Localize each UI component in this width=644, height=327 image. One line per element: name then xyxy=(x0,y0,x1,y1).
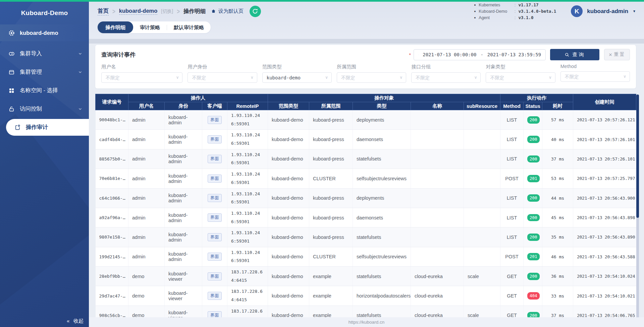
table-body: 90048bc1-… admin kuboard-admin 界面 1.93.1… xyxy=(96,110,636,325)
date-range-input[interactable]: 2021-07-13 00:00:00 - 2021-07-13 23:59:5… xyxy=(414,49,546,60)
cell-remote-ip: 1.93.110.246:59301 xyxy=(227,247,268,266)
version-value: v3.1.0 xyxy=(518,15,556,20)
breadcrumb-home-link[interactable]: 首页 xyxy=(98,7,109,15)
cell-status: 200 xyxy=(524,227,542,247)
tab-operation-detail[interactable]: 操作明细 xyxy=(98,21,133,33)
cell-created: 2021-07-13 20:57:25.797 xyxy=(573,169,636,188)
scope-select[interactable] xyxy=(337,73,406,82)
col-request-id: 请求编号 xyxy=(96,94,128,110)
filter-label: 用户身份 xyxy=(187,64,257,70)
client-tag: 界面 xyxy=(208,194,222,202)
cell-identity: kuboard-admin xyxy=(165,247,202,266)
tab-audit-policy[interactable]: 审计策略 xyxy=(133,21,167,33)
client-tag: 界面 xyxy=(208,253,222,261)
cell-identity: kuboard-admin xyxy=(165,130,202,149)
col-client: 客户端 xyxy=(202,102,227,110)
cell-remote-ip: 1.93.110.246:59301 xyxy=(227,130,268,149)
sidebar-item-cluster[interactable]: kuboard-demo xyxy=(0,24,89,41)
object-type-select[interactable] xyxy=(486,73,555,82)
tab-default-audit-policy[interactable]: 默认审计策略 xyxy=(167,21,211,33)
client-tag: 界面 xyxy=(208,155,222,163)
cell-subresource xyxy=(464,286,500,306)
sidebar-item-label: 名称空间 - 选择 xyxy=(20,87,58,94)
cell-scope-type: kuboard-demo xyxy=(268,188,309,208)
col-scope-type: 范围类型 xyxy=(268,102,309,110)
cell-request-id: 90048bc1-… xyxy=(96,110,128,130)
cell-remote-ip: 1.93.110.246:59301 xyxy=(227,169,268,188)
cell-kind: selfsubjectrulesreviews xyxy=(353,169,411,188)
user-name: kuboard-admin xyxy=(587,8,628,15)
home-icon xyxy=(211,9,216,14)
scope-type-select[interactable] xyxy=(263,73,331,82)
cell-duration: 37 ms xyxy=(542,149,573,169)
reset-button[interactable]: ✕ 重置 xyxy=(604,49,630,60)
table-row: 28ebf9bb-… demo kuboard-viewer 界面 183.17… xyxy=(96,267,636,286)
cell-scope-type: kuboard-demo xyxy=(268,169,309,188)
identity-select[interactable] xyxy=(188,73,257,82)
cell-client: 界面 xyxy=(202,110,227,130)
cell-scope-type: kuboard-demo xyxy=(268,110,309,130)
table-row: 29d7ac47-… demo kuboard-viewer 界面 183.17… xyxy=(96,286,636,306)
breadcrumb-cluster-link[interactable]: kuboard-demo xyxy=(119,8,158,15)
breadcrumb-switch-link[interactable]: [切换] xyxy=(161,8,173,14)
cell-duration: 57 ms xyxy=(542,110,573,130)
cell-remote-ip: 1.93.110.246:59301 xyxy=(227,208,268,227)
scrollbar-thumb[interactable] xyxy=(636,94,639,218)
filter-identity: 用户身份 xyxy=(187,64,257,83)
sidebar-collapse-button[interactable]: 收起 xyxy=(67,318,84,324)
filter-label: 用户名 xyxy=(101,64,182,70)
cell-client: 界面 xyxy=(202,149,227,169)
sidebar-item-label: 集群管理 xyxy=(20,68,42,76)
client-tag: 界面 xyxy=(208,272,222,280)
cell-method: LIST xyxy=(500,227,524,247)
cell-created: 2021-07-13 20:56:43.588 xyxy=(573,247,636,266)
breadcrumb: 首页 > kuboard-demo [切换] > 操作明细 xyxy=(98,7,206,15)
cell-name xyxy=(411,247,464,266)
refresh-button[interactable] xyxy=(250,6,261,17)
status-badge: 201 xyxy=(527,175,540,182)
col-username: 用户名 xyxy=(128,102,165,110)
client-tag: 界面 xyxy=(208,135,222,143)
sidebar-item-namespace[interactable]: 名称空间 - 选择 xyxy=(0,82,89,99)
content: 查询审计事件 * 2021-07-13 00:00:00 - 2021-07-1… xyxy=(89,44,644,327)
cell-subresource xyxy=(464,247,500,266)
top-accent-strip xyxy=(0,0,644,2)
cell-scope: kuboard-press xyxy=(309,110,353,130)
filter-scope-type: 范围类型 xyxy=(262,64,332,83)
cell-method: POST xyxy=(500,169,524,188)
cell-username: admin xyxy=(128,149,165,169)
cell-subresource xyxy=(464,188,500,208)
user-menu[interactable]: K kuboard-admin xyxy=(571,5,636,17)
cell-scope: kuboard-press xyxy=(309,227,353,247)
method-select[interactable] xyxy=(561,72,630,81)
cell-subresource xyxy=(464,169,500,188)
col-group-action: 执行动作 xyxy=(500,94,573,102)
filter-object-type: 对象类型 xyxy=(486,64,555,83)
cell-name xyxy=(411,227,464,247)
table-scrollbar xyxy=(636,94,639,325)
col-status: Status xyxy=(524,102,542,110)
cell-request-id: 9807e158-… xyxy=(96,227,128,247)
cell-method: GET xyxy=(500,267,524,286)
cell-status: 200 xyxy=(524,208,542,227)
cell-duration: 53 ms xyxy=(542,169,573,188)
search-button[interactable]: 查询 xyxy=(550,49,599,60)
username-select[interactable] xyxy=(102,73,182,82)
audit-icon xyxy=(14,124,21,131)
col-scope: 所属范围 xyxy=(309,102,353,110)
cell-client: 界面 xyxy=(202,247,227,266)
set-default-page-button[interactable]: 设为默认页 xyxy=(211,8,244,14)
cell-request-id: a92af96a-… xyxy=(96,208,128,227)
col-group-operator: 操作人 xyxy=(128,94,268,102)
sidebar: Kuboard-Demo kuboard-demo 集群导入 集群管理 名称空间… xyxy=(0,2,89,327)
sidebar-item-audit[interactable]: 操作审计 xyxy=(6,119,89,136)
sidebar-item-cluster-manage[interactable]: 集群管理 xyxy=(0,64,89,80)
top-bar: 首页 > kuboard-demo [切换] > 操作明细 设为默认页 Kube… xyxy=(89,2,644,21)
cell-method: LIST xyxy=(500,188,524,208)
sidebar-item-access-control[interactable]: 访问控制 xyxy=(0,101,89,117)
status-badge: 200 xyxy=(527,234,540,241)
cell-method: LIST xyxy=(500,110,524,130)
set-default-label: 设为默认页 xyxy=(218,8,244,14)
sidebar-item-cluster-import[interactable]: 集群导入 xyxy=(0,45,89,62)
api-group-select[interactable] xyxy=(412,73,480,82)
